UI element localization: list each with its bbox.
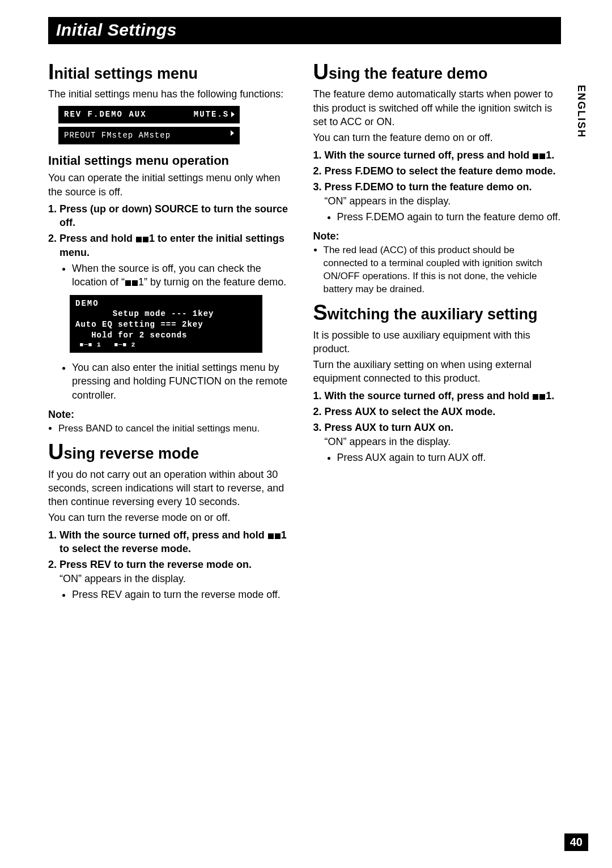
- step-result: “ON” appears in the display.: [60, 572, 296, 585]
- note-label: Note:: [313, 229, 562, 243]
- bullet-text: 1” by turnig on the feature demo.: [138, 276, 286, 288]
- sub-bullet: When the source is off, you can check th…: [72, 262, 296, 289]
- lcd-row: ■─■ 1 ■─■ 2: [75, 341, 257, 349]
- steps-list: With the source turned off, press and ho…: [313, 148, 562, 224]
- step-text: With the source turned off, press and ho…: [60, 529, 267, 541]
- stop-icon: [143, 237, 148, 242]
- sub-bullets: Press REV again to turn the reverse mode…: [60, 588, 296, 601]
- note-list: Press BAND to cancel the initial setting…: [48, 422, 296, 435]
- step-text: Press and hold: [60, 233, 135, 244]
- heading-text: sing the feature demo: [329, 65, 488, 82]
- body-text: It is possible to use auxiliary equipmen…: [313, 328, 562, 356]
- heading-text: witching the auxiliary setting: [328, 306, 538, 323]
- stop-icon: [132, 280, 138, 286]
- content-columns: Initial settings menu The initial settin…: [48, 55, 561, 607]
- step-item: Press (up or down) SOURCE to turn the so…: [60, 202, 296, 230]
- step-item: Press AUX to turn AUX on. “ON” appears i…: [325, 421, 562, 464]
- step-item: Press F.DEMO to select the feature demo …: [325, 164, 562, 178]
- step-result: “ON” appears in the display.: [325, 194, 562, 208]
- stop-icon: [539, 153, 545, 159]
- steps-list: Press (up or down) SOURCE to turn the so…: [48, 202, 296, 402]
- step-text: Press AUX to turn AUX on.: [325, 422, 454, 433]
- stop-icon: [533, 153, 538, 159]
- body-text: You can turn the feature demo on or off.: [313, 131, 562, 144]
- sub-bullet: Press F.DEMO again to turn the feature d…: [337, 210, 562, 224]
- step-item: With the source turned off, press and ho…: [60, 528, 296, 556]
- sub-bullet: Press REV again to turn the reverse mode…: [72, 588, 296, 601]
- dropcap: U: [48, 440, 63, 464]
- lcd-row: REV F.DEMO AUX MUTE.S: [64, 110, 229, 119]
- section-feature-demo: Using the feature demo: [313, 63, 562, 84]
- body-text: You can operate the initial settings men…: [48, 171, 296, 199]
- heading-text: sing reverse mode: [63, 445, 199, 462]
- body-text: If you do not carry out an operation wit…: [48, 468, 296, 509]
- stop-icon: [136, 237, 142, 242]
- stop-icon: [125, 280, 131, 286]
- right-column: Using the feature demo The feature demo …: [313, 55, 562, 607]
- dropcap: I: [48, 60, 54, 84]
- sub-bullets: You can also enter the initial settings …: [60, 361, 296, 402]
- language-tab: ENGLISH: [575, 85, 587, 138]
- triangle-icon: [231, 130, 234, 136]
- body-text: You can turn the reverse mode on or off.: [48, 511, 296, 524]
- step-item: With the source turned off, press and ho…: [325, 389, 562, 403]
- stop-icon: [539, 394, 545, 400]
- step-text: 1.: [546, 390, 554, 401]
- subheading-operation: Initial settings menu operation: [48, 152, 296, 169]
- step-text: 1.: [546, 149, 554, 161]
- stop-icon: [275, 533, 280, 539]
- manual-page: Initial Settings ENGLISH Initial setting…: [0, 0, 612, 868]
- lcd-row: PREOUT FMstep AMstep: [64, 131, 171, 140]
- section-reverse-mode: Using reverse mode: [48, 443, 296, 464]
- step-text: With the source turned off, press and ho…: [325, 390, 533, 401]
- note-list: The red lead (ACC) of this product shoul…: [313, 244, 562, 296]
- note-label: Note:: [48, 408, 296, 421]
- intro-text: The initial settings menu has the follow…: [48, 87, 296, 101]
- stop-icon: [533, 394, 538, 400]
- steps-list: With the source turned off, press and ho…: [48, 528, 296, 601]
- step-text: Press F.DEMO to turn the feature demo on…: [325, 181, 532, 193]
- heading-text: nitial settings menu: [54, 65, 198, 82]
- lcd-separator: [58, 123, 240, 127]
- lcd-row: Hold for 2 seconds: [75, 330, 257, 341]
- lcd-row: Setup mode --- 1key: [75, 309, 257, 319]
- page-title-bar: Initial Settings: [48, 17, 561, 44]
- step-item: Press F.DEMO to turn the feature demo on…: [325, 180, 562, 224]
- lcd-screenshot-demo: DEMO Setup mode --- 1key Auto EQ setting…: [70, 295, 262, 353]
- sub-bullet: You can also enter the initial settings …: [72, 361, 296, 402]
- section-aux-setting: Switching the auxiliary setting: [313, 304, 562, 324]
- note-item: Press BAND to cancel the initial setting…: [58, 422, 296, 435]
- page-number: 40: [564, 833, 588, 851]
- step-item: Press and hold 1 to enter the initial se…: [60, 232, 296, 401]
- sub-bullets: Press AUX again to turn AUX off.: [325, 451, 562, 464]
- step-text: Press (up or down) SOURCE to turn the so…: [60, 203, 288, 228]
- step-item: Press REV to turn the reverse mode on. “…: [60, 558, 296, 601]
- steps-list: With the source turned off, press and ho…: [313, 389, 562, 464]
- triangle-icon: [231, 112, 235, 117]
- step-item: Press AUX to select the AUX mode.: [325, 405, 562, 418]
- lcd-row: Auto EQ setting === 2key: [75, 319, 257, 330]
- left-column: Initial settings menu The initial settin…: [48, 55, 296, 607]
- note-item: The red lead (ACC) of this product shoul…: [324, 244, 562, 296]
- dropcap: S: [313, 301, 328, 324]
- step-result: “ON” appears in the display.: [325, 435, 562, 448]
- sub-bullet: Press AUX again to turn AUX off.: [337, 451, 562, 464]
- sub-bullets: Press F.DEMO again to turn the feature d…: [325, 210, 562, 224]
- page-title: Initial Settings: [56, 20, 177, 39]
- stop-icon: [268, 533, 274, 539]
- body-text: Turn the auxiliary setting on when using…: [313, 358, 562, 386]
- step-text: With the source turned off, press and ho…: [325, 149, 533, 161]
- lcd-screenshot-menu: REV F.DEMO AUX MUTE.S PREOUT FMstep AMst…: [58, 106, 240, 144]
- section-initial-settings-menu: Initial settings menu: [48, 63, 296, 84]
- step-text: Press REV to turn the reverse mode on.: [60, 559, 252, 570]
- dropcap: U: [313, 60, 329, 84]
- step-item: With the source turned off, press and ho…: [325, 148, 562, 162]
- body-text: The feature demo automatically starts wh…: [313, 87, 562, 129]
- lcd-title: DEMO: [75, 298, 257, 309]
- sub-bullets: When the source is off, you can check th…: [60, 262, 296, 289]
